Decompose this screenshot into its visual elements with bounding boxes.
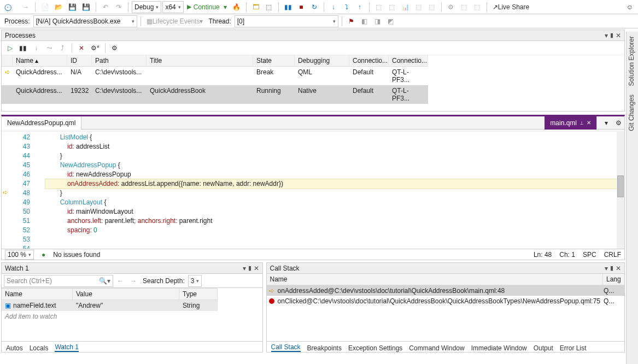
close-icon[interactable]: ✕ (616, 265, 621, 272)
pause-proc-icon[interactable]: ▮▮ (17, 42, 29, 54)
undo-icon[interactable]: ↶ (99, 1, 112, 13)
misc1-icon[interactable]: ⬚ (373, 1, 385, 13)
thread-dropdown[interactable]: [0]▾ (235, 15, 338, 27)
tab-command[interactable]: Command Window (409, 344, 464, 352)
misc6-icon[interactable]: ⚙ (445, 1, 457, 13)
nav-back-icon[interactable]: ◯← (2, 1, 19, 13)
editor-gear-icon[interactable]: ⚙ (612, 117, 624, 129)
col-title[interactable]: Title (147, 55, 253, 67)
line-indicator[interactable]: Ln: 48 (534, 251, 552, 259)
close-icon[interactable]: ✕ (254, 265, 259, 272)
search-icon[interactable]: 🔍▾ (99, 277, 110, 285)
editor-tab-main[interactable]: main.qml⟂✕ (545, 116, 597, 130)
close-tab-icon[interactable]: ✕ (587, 120, 591, 126)
stack3-icon[interactable]: ◩ (385, 15, 397, 27)
watch-col-name[interactable]: Name (2, 288, 73, 300)
zoom-dropdown[interactable]: 100 %▾ (5, 250, 34, 260)
scrollbar-track[interactable] (617, 132, 624, 249)
tab-locals[interactable]: Locals (30, 344, 49, 352)
eol-indicator[interactable]: CRLF (604, 251, 621, 259)
depth-dropdown[interactable]: 3▾ (188, 275, 202, 287)
window-icon[interactable]: 🗔 (250, 1, 262, 13)
window-pos-icon[interactable]: ▾ (605, 32, 608, 39)
watch-search-input[interactable]: Search (Ctrl+E)🔍▾ (4, 275, 113, 287)
scrollbar-thumb[interactable] (617, 175, 624, 197)
char-indicator[interactable]: Ch: 1 (559, 251, 575, 259)
callstack-row[interactable]: ➪ onAddressAdded@C:\dev\vstools\doc\tuto… (267, 285, 624, 296)
gear-proc-icon[interactable]: ⚙* (89, 42, 102, 54)
solution-explorer-tab[interactable]: Solution Explorer (628, 36, 637, 86)
save-icon[interactable]: 💾 (66, 1, 79, 13)
hot-reload-icon[interactable]: 🔥 (230, 1, 243, 13)
gear-proc2-icon[interactable]: ⚙ (109, 42, 121, 54)
stack1-icon[interactable]: ◧ (359, 15, 371, 27)
detach1-icon[interactable]: ⤳ (43, 42, 55, 54)
tab-breakpoints[interactable]: Breakpoints (307, 344, 342, 352)
config-dropdown[interactable]: Debug▾ (132, 1, 161, 13)
tab-watch1[interactable]: Watch 1 (55, 343, 79, 352)
pause-icon[interactable]: ▮▮ (282, 1, 294, 13)
callstack-row[interactable]: onClicked@C:\dev\vstools\doc\tutorial\Qu… (267, 296, 624, 306)
editor-tab-newaddress[interactable]: NewAddressPopup.qml (2, 116, 81, 130)
code-editor[interactable]: 42434445464748495051525354 ListModel { i… (2, 132, 624, 249)
detach-proc-icon[interactable]: ✕ (75, 42, 87, 54)
step-proc-icon[interactable]: ↓ (30, 42, 42, 54)
redo-icon[interactable]: ↷ (113, 1, 125, 13)
continue-button[interactable]: ▶Continue▾ (185, 1, 229, 13)
detach2-icon[interactable]: ⤴ (56, 42, 68, 54)
tab-errorlist[interactable]: Error List (560, 344, 587, 352)
col-state[interactable]: State (253, 55, 295, 67)
tab-callstack[interactable]: Call Stack (271, 343, 301, 352)
misc3-icon[interactable]: 📊 (399, 1, 412, 13)
liveshare-button[interactable]: ↗ Live Share (490, 1, 531, 13)
lifecycle-button[interactable]: ▦ Lifecycle Events ▾ (144, 15, 206, 27)
watch-col-value[interactable]: Value (73, 288, 179, 300)
proc-row[interactable]: QuickAddress... (13, 67, 67, 85)
restart-icon[interactable]: ↻ (308, 1, 320, 13)
tab-exception[interactable]: Exception Settings (348, 344, 402, 352)
stack2-icon[interactable]: ◨ (372, 15, 384, 27)
tab-autos[interactable]: Autos (6, 344, 23, 352)
new-item-icon[interactable]: 📄 (39, 1, 51, 13)
misc8-icon[interactable]: ⬚ (471, 1, 483, 13)
watch-row[interactable]: ▣nameField.text (2, 300, 73, 311)
editor-overflow-icon[interactable]: ▾ (600, 117, 612, 129)
pin-icon[interactable]: ▮ (610, 32, 613, 39)
misc4-icon[interactable]: ⬚ (413, 1, 425, 13)
indent-indicator[interactable]: SPC (583, 251, 596, 259)
window-pos-icon[interactable]: ▾ (605, 265, 608, 272)
pin-icon[interactable]: ▮ (248, 265, 251, 272)
cs-col-name[interactable]: Name (267, 274, 602, 285)
step-over-icon[interactable]: ⤵ (341, 1, 353, 13)
col-debug[interactable]: Debugging (295, 55, 349, 67)
open-icon[interactable]: 📂 (52, 1, 65, 13)
misc5-icon[interactable]: ⬚ (426, 1, 438, 13)
cs-col-lang[interactable]: Lang (602, 274, 624, 285)
step-out-icon[interactable]: ↑ (354, 1, 366, 13)
layout-icon[interactable]: ⬚ (263, 1, 275, 13)
pin-tab-icon[interactable]: ⟂ (580, 120, 583, 126)
pin-icon[interactable]: ▮ (610, 265, 613, 272)
platform-dropdown[interactable]: x64▾ (162, 1, 183, 13)
proc-row[interactable]: QuickAddress... (13, 85, 67, 104)
process-dropdown[interactable]: [N/A] QuickAddressBook.exe▾ (33, 15, 137, 27)
close-icon[interactable]: ✕ (616, 32, 621, 39)
misc7-icon[interactable]: ⬚ (458, 1, 470, 13)
continue-proc-icon[interactable]: ▷ (4, 42, 16, 54)
col-conn2[interactable]: Connectio... (389, 55, 428, 67)
flag-icon[interactable]: ⚑ (346, 15, 358, 27)
col-conn1[interactable]: Connectio... (349, 55, 389, 67)
git-changes-tab[interactable]: Git Changes (628, 95, 637, 131)
watch-col-type[interactable]: Type (179, 288, 218, 300)
step-into-icon[interactable]: ↓ (327, 1, 340, 13)
save-all-icon[interactable]: 💾 (80, 1, 92, 13)
add-watch-item[interactable]: Add item to watch (2, 311, 218, 322)
stop-icon[interactable]: ■ (295, 1, 307, 13)
misc2-icon[interactable]: ⬚ (386, 1, 398, 13)
tab-immediate[interactable]: Immediate Window (471, 344, 527, 352)
tab-output[interactable]: Output (534, 344, 553, 352)
feedback-icon[interactable]: ☺ (624, 1, 636, 13)
col-name[interactable]: Name ▴ (13, 55, 67, 67)
col-path[interactable]: Path (92, 55, 147, 67)
window-pos-icon[interactable]: ▾ (243, 265, 246, 272)
